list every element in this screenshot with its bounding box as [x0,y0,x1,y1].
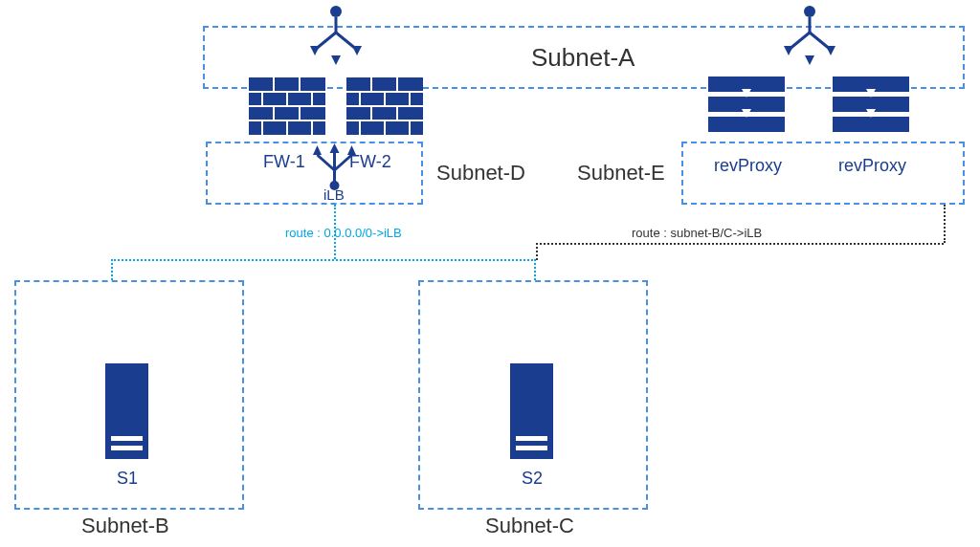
svg-line-46 [318,155,335,170]
subnet-c-label: Subnet-C [485,514,574,538]
svg-rect-61 [105,363,148,459]
revproxy-label-2: revProxy [838,156,906,176]
route-line-left-h [111,259,536,261]
svg-marker-60 [866,109,876,118]
revproxy-icon [708,77,785,134]
route-line-left-drop-b [111,259,113,280]
subnet-d-label: Subnet-D [436,161,525,186]
s1-label: S1 [117,469,138,489]
svg-marker-45 [347,145,356,155]
subnet-a-label: Subnet-A [531,43,635,73]
svg-marker-42 [313,145,322,155]
svg-marker-12 [805,55,814,65]
svg-marker-55 [742,109,751,118]
svg-marker-6 [352,46,362,55]
ilb-icon [308,142,361,191]
route-line-left-drop-c [534,259,536,280]
route-left-label: route : 0.0.0.0/0->iLB [285,226,402,240]
route-right-label: route : subnet-B/C->iLB [632,226,762,240]
firewall-icon [346,77,423,135]
revproxy-icon [833,77,909,134]
subnet-b-label: Subnet-B [81,514,169,538]
svg-marker-13 [826,46,835,55]
svg-rect-58 [833,117,909,132]
svg-marker-5 [331,55,341,65]
svg-rect-64 [510,363,553,459]
svg-marker-4 [310,46,320,55]
fw1-label: FW-1 [263,152,305,172]
svg-line-48 [335,155,352,170]
svg-marker-59 [866,89,876,98]
svg-rect-63 [111,446,143,450]
subnet-e-label: Subnet-E [577,161,665,186]
load-balancer-icon [307,4,365,71]
s2-label: S2 [522,469,543,489]
svg-point-0 [330,6,342,17]
svg-point-7 [804,6,815,17]
svg-marker-44 [330,143,340,153]
route-line-right-drop [536,243,538,260]
revproxy-label-1: revProxy [714,156,782,176]
route-line-right-v1 [944,205,946,243]
ilb-label: iLB [323,186,345,203]
route-line-right-h [536,243,944,245]
svg-rect-65 [516,436,547,441]
load-balancer-icon [781,4,838,71]
svg-marker-11 [784,46,793,55]
svg-marker-54 [742,89,751,98]
server-icon [510,363,553,459]
svg-rect-62 [111,436,143,441]
svg-rect-66 [516,446,547,450]
firewall-icon [249,77,325,135]
server-icon [105,363,148,459]
svg-rect-53 [708,117,785,132]
